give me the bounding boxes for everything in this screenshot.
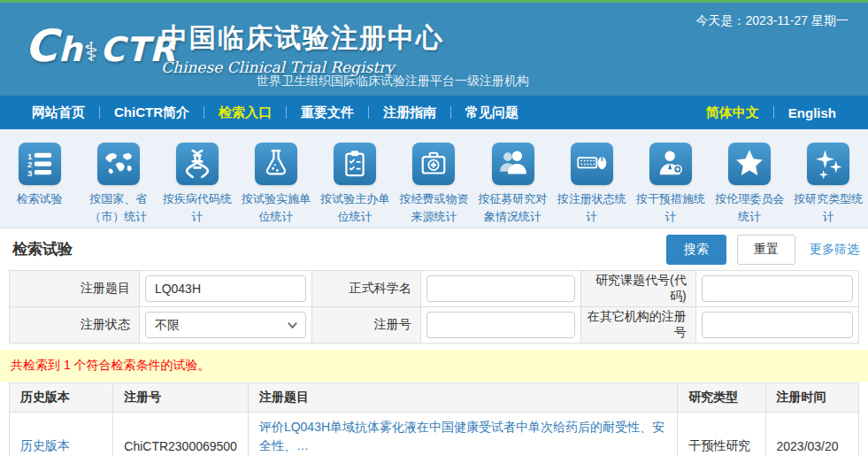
stats-by-recruitment-status[interactable]: 按征募研究对象情况统计 (473, 143, 552, 225)
lang-simplified-chinese[interactable]: 简体中文 (692, 104, 773, 121)
column-header-reg-title: 注册题目 (248, 383, 677, 413)
results-header-row: 历史版本 注册号 注册题目 研究类型 注册时间 (10, 383, 859, 413)
nav-links: 网站首页 ChiCTR简介 检索入口 重要文件 注册指南 常见问题 (18, 104, 533, 121)
stats-by-sponsor-institution[interactable]: 按试验主办单位统计 (316, 143, 395, 225)
stats-by-intervention[interactable]: 按干预措施统计 (631, 143, 710, 225)
dna-icon (176, 143, 219, 185)
keyboard-mouse-icon (571, 143, 613, 185)
stats-by-study-type[interactable]: 按研究类型统计 (789, 143, 868, 225)
reset-button[interactable]: 重置 (737, 235, 795, 265)
column-header-reg-date: 注册时间 (765, 383, 859, 413)
nav-faq[interactable]: 常见问题 (451, 104, 533, 121)
world-map-icon (97, 143, 140, 185)
site-header: Ch⚕CTR 中国临床试验注册中心 Chinese Clinical Trial… (0, 3, 868, 96)
nav-search-entry[interactable]: 检索入口 (204, 104, 286, 121)
column-header-reg-number: 注册号 (113, 383, 249, 413)
icon-label: 按试验主办单位统计 (316, 190, 395, 225)
scientific-name-input[interactable] (426, 275, 575, 302)
study-code-input[interactable] (702, 275, 853, 302)
logo-letter-h: h (58, 30, 83, 69)
sparkles-icon (807, 143, 849, 185)
history-version-link[interactable]: 历史版本 (20, 438, 70, 452)
icon-label: 检索试验 (17, 190, 63, 208)
icon-label: 按疾病代码统计 (157, 190, 236, 225)
main-nav: 网站首页 ChiCTR简介 检索入口 重要文件 注册指南 常见问题 简体中文 E… (0, 96, 868, 129)
icon-label: 按试验实施单位统计 (237, 190, 316, 225)
today-date: 今天是：2023-11-27 星期一 (696, 13, 849, 29)
icon-label: 按征募研究对象情况统计 (473, 190, 552, 225)
registration-date-cell: 2023/03/20 (765, 413, 859, 456)
other-registry-number-input[interactable] (702, 312, 853, 338)
icon-label: 按研究类型统计 (789, 190, 868, 225)
icon-label: 按伦理委员会统计 (711, 190, 789, 225)
column-header-study-type: 研究类型 (678, 383, 765, 413)
study-type-cell: 干预性研究 (678, 413, 765, 456)
chictr-logo[interactable]: Ch⚕CTR (25, 24, 176, 68)
field-label-registration-title: 注册题目 (10, 271, 140, 307)
results-table: 历史版本 注册号 注册题目 研究类型 注册时间 历史版本 ChiCTR23000… (9, 383, 859, 456)
registration-status-select[interactable]: 不限 (145, 312, 306, 338)
field-label-scientific-name: 正式科学名 (311, 271, 420, 307)
site-title-block: 中国临床试验注册中心 Chinese Clinical Trial Regist… (161, 20, 444, 76)
field-label-study-code: 研究课题代号(代码) (581, 271, 696, 307)
column-header-history: 历史版本 (10, 383, 113, 413)
search-form: 注册题目 正式科学名 研究课题代号(代码) 注册状态 不限 注册号 (9, 270, 859, 344)
language-switcher: 简体中文 English (692, 104, 850, 121)
main-content: 检索试验 搜索 重置 更多筛选 注册题目 正式科学名 研究课题代号(代码) 注册… (0, 228, 868, 456)
clipboard-icon (334, 143, 376, 185)
nav-registration-guide[interactable]: 注册指南 (369, 104, 450, 121)
flask-icon (255, 143, 297, 185)
table-row: 历史版本 ChiCTR2300069500 评价LQ043H单域抗体雾化液在中国… (10, 413, 859, 456)
search-trials-entry[interactable]: 123 检索试验 (0, 143, 79, 208)
doctor-icon (649, 143, 692, 185)
site-title-chinese: 中国临床试验注册中心 (161, 20, 444, 57)
field-label-registration-status: 注册状态 (10, 307, 140, 344)
stats-by-registration-status[interactable]: 按注册状态统计 (552, 143, 631, 225)
field-label-other-registry-number: 在其它机构的注册号 (581, 307, 696, 344)
trial-title-link[interactable]: 评价LQ043H单域抗体雾化液在中国健康受试者中单次给药后的耐受性、安全性、… (259, 418, 666, 455)
stats-by-disease-code[interactable]: 按疾病代码统计 (157, 143, 236, 225)
svg-text:3: 3 (27, 168, 32, 178)
stats-by-implementing-institution[interactable]: 按试验实施单位统计 (237, 143, 316, 225)
nav-important-documents[interactable]: 重要文件 (287, 104, 368, 121)
nav-home[interactable]: 网站首页 (18, 104, 99, 121)
icon-label: 按经费或物资来源统计 (395, 190, 473, 225)
nav-about[interactable]: ChiCTR简介 (100, 104, 204, 121)
logo-letter-c: C (25, 20, 58, 72)
stats-by-country-province[interactable]: 按国家、省（市）统计 (79, 143, 157, 225)
search-button[interactable]: 搜索 (666, 235, 726, 265)
stats-by-ethics-committee[interactable]: 按伦理委员会统计 (711, 143, 789, 225)
caduceus-icon: ⚕ (84, 36, 99, 67)
search-section-header: 检索试验 搜索 重置 更多筛选 (9, 228, 859, 270)
statistics-icon-strip: 123 检索试验 按国家、省（市）统计 按疾病代码统计 按试验实施单位统计 按试… (0, 129, 868, 228)
field-label-registration-number: 注册号 (311, 307, 420, 344)
star-icon (728, 143, 771, 185)
more-filters-link[interactable]: 更多筛选 (810, 242, 859, 258)
stats-by-funding-source[interactable]: 按经费或物资来源统计 (395, 143, 473, 225)
numbered-list-icon: 123 (19, 143, 61, 185)
lang-english[interactable]: English (774, 105, 850, 120)
registration-title-input[interactable] (145, 275, 306, 302)
who-platform-subtitle: 世界卫生组织国际临床试验注册平台一级注册机构 (257, 73, 529, 89)
medical-kit-icon (412, 143, 455, 185)
registration-number-cell: ChiCTR2300069500 (113, 413, 249, 456)
result-count-message: 共检索到 1 个符合检索条件的试验。 (0, 350, 868, 382)
registration-title-cell: 评价LQ043H单域抗体雾化液在中国健康受试者中单次给药后的耐受性、安全性、… … (248, 413, 677, 456)
icon-label: 按注册状态统计 (552, 190, 631, 225)
page-title: 检索试验 (9, 239, 666, 259)
registration-number-input[interactable] (426, 312, 575, 338)
people-icon (492, 143, 534, 185)
icon-label: 按国家、省（市）统计 (79, 190, 157, 225)
icon-label: 按干预措施统计 (631, 190, 710, 225)
